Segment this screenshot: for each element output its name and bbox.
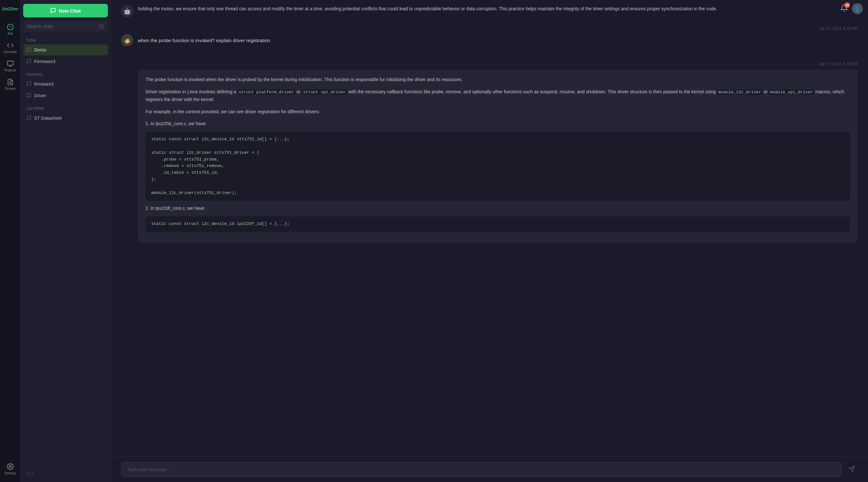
app-logo: SoCDev	[1, 4, 20, 14]
chat-item-driver-label: Driver	[34, 93, 46, 98]
chat-messages: 🤖 holding the mutex, we ensure that only…	[111, 0, 868, 457]
code-inline-1: struct platform_driver	[238, 90, 296, 95]
search-icon	[99, 24, 104, 29]
nav-item-projects-label: Projects	[4, 68, 16, 72]
nav-item-settings[interactable]: Settings	[0, 460, 20, 478]
svg-line-8	[102, 27, 103, 28]
context-bubble: holding the mutex, we ensure that only o…	[138, 5, 858, 12]
nav-item-ask[interactable]: Ask	[0, 20, 20, 39]
chat-icon	[26, 82, 32, 87]
code-block-2: static const struct i2c_device_id lps22d…	[146, 216, 850, 232]
code-inline-4: module_spi_driver	[769, 90, 814, 95]
version-label: V 0.1	[23, 465, 108, 478]
user-avatar: 🧑	[121, 34, 133, 46]
code-block-1: static const struct i2c_device_id stts75…	[146, 132, 850, 201]
nav-item-settings-label: Settings	[4, 471, 16, 475]
ai-para-2: Driver registration in Linux involves de…	[146, 88, 850, 104]
context-text: 🤖 holding the mutex, we ensure that only…	[111, 0, 868, 18]
chat-item-firmware2[interactable]: firmware2	[23, 78, 108, 90]
code-section-2-label: 2. In lps22df_core.c, we have:	[146, 205, 850, 212]
icon-bar: SoCDev Ask Generate Projects Review	[0, 0, 21, 482]
notification-badge: 10	[844, 2, 850, 8]
send-button[interactable]	[845, 463, 858, 476]
main-content: 🤖 holding the mutex, we ensure that only…	[111, 0, 868, 482]
nav-item-generate-label: Generate	[4, 50, 17, 54]
section-today: Today	[23, 37, 108, 44]
user-message-timestamp: Apr 17, 2024, 5:32 PM	[121, 26, 858, 31]
chat-item-st-datasheet[interactable]: ST Datasheet	[23, 113, 108, 124]
notification-icon[interactable]: 10	[840, 4, 848, 13]
chat-item-firmware2-label: firmware2	[34, 82, 54, 87]
chat-item-st-datasheet-label: ST Datasheet	[34, 116, 61, 121]
code-section-1-label: 1. In lps22hb_core.c, we have:	[146, 120, 850, 128]
ai-message-timestamp: Apr 17, 2024, 5:33 PM	[121, 62, 858, 66]
user-message-row: 🧑 when the probe function is invoked? ex…	[121, 34, 858, 46]
nav-item-review-label: Review	[5, 87, 16, 90]
ai-para-1: The probe function is invoked when the d…	[146, 76, 850, 84]
message-input[interactable]	[121, 462, 842, 477]
svg-point-7	[99, 25, 103, 28]
code-inline-2: struct spi_driver	[302, 90, 347, 95]
chat-icon	[26, 116, 32, 121]
new-chat-button[interactable]: New Chat	[23, 4, 108, 18]
nav-item-ask-label: Ask	[7, 32, 13, 35]
chat-icon	[26, 47, 32, 53]
nav-item-review[interactable]: Review	[0, 75, 20, 94]
nav-item-projects[interactable]: Projects	[0, 57, 20, 75]
input-area	[111, 457, 868, 482]
chat-item-demo-label: Demo	[34, 47, 46, 53]
message-group-user: Apr 17, 2024, 5:32 PM 🧑 when the probe f…	[111, 20, 868, 55]
chat-item-demo[interactable]: Demo	[23, 44, 108, 55]
send-icon	[848, 465, 855, 473]
ai-response-card: The probe function is invoked when the d…	[138, 69, 858, 242]
user-avatar-top[interactable]: 👤	[852, 3, 863, 14]
svg-rect-1	[7, 61, 13, 65]
ai-avatar-context: 🤖	[121, 5, 133, 18]
sidebar: New Chat Today Demo Firmware3 Yesterday …	[21, 0, 111, 482]
svg-point-6	[9, 465, 11, 468]
chat-icon	[26, 93, 32, 98]
context-message-row: 🤖 holding the mutex, we ensure that only…	[121, 5, 858, 18]
user-message-text: when the probe function is invoked? expl…	[138, 34, 858, 44]
search-box	[23, 21, 108, 32]
new-chat-label: New Chat	[59, 8, 81, 13]
chat-item-firmware3-label: Firmware3	[34, 59, 55, 64]
chat-item-firmware3[interactable]: Firmware3	[23, 56, 108, 67]
chat-icon	[26, 59, 32, 64]
message-group-ai: Apr 17, 2024, 5:33 PM The probe function…	[111, 55, 868, 249]
chat-item-driver[interactable]: Driver	[23, 90, 108, 101]
section-last-week: Last Week	[23, 105, 108, 113]
code-inline-3: module_i2c_driver	[717, 90, 763, 95]
section-yesterday: Yesterday	[23, 71, 108, 78]
top-right-header: 10 👤	[840, 3, 863, 14]
ai-para-3: For example, in the context provided, we…	[146, 108, 850, 116]
search-input[interactable]	[27, 24, 96, 29]
nav-item-generate[interactable]: Generate	[0, 39, 20, 57]
